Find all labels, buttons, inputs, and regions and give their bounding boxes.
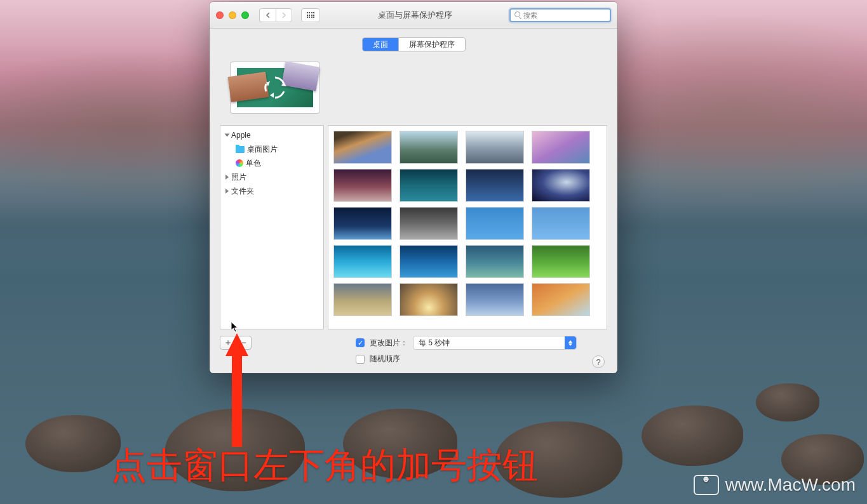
- wallpaper-thumb[interactable]: [532, 131, 590, 164]
- wallpaper-thumb[interactable]: [466, 131, 524, 164]
- svg-marker-2: [266, 81, 270, 86]
- preferences-window: 桌面与屏幕保护程序 桌面 屏幕保护程序: [210, 2, 617, 373]
- source-sidebar: Apple 桌面图片 单色 照片: [220, 125, 324, 329]
- change-picture-checkbox[interactable]: ✓: [356, 338, 365, 347]
- wallpaper-thumb[interactable]: [532, 169, 590, 202]
- mouse-cursor: [231, 321, 239, 333]
- random-order-row: 随机顺序: [356, 354, 577, 364]
- watermark-text: www.MacW.com: [725, 475, 856, 495]
- nav-buttons: [259, 8, 292, 22]
- folder-icon: [236, 146, 245, 153]
- titlebar: 桌面与屏幕保护程序: [210, 2, 617, 29]
- watermark: www.MacW.com: [694, 475, 856, 495]
- grid-icon: [307, 12, 315, 18]
- current-wallpaper-preview: [230, 62, 320, 114]
- wallpaper-thumb[interactable]: [400, 131, 458, 164]
- sidebar-label: 文件夹: [231, 185, 254, 197]
- annotation-caption: 点击窗口左下角的加号按钮: [111, 442, 538, 490]
- sidebar-item-photos[interactable]: 照片: [220, 170, 323, 184]
- svg-marker-1: [270, 93, 274, 98]
- random-order-label: 随机顺序: [370, 354, 400, 364]
- wallpaper-thumb[interactable]: [333, 245, 392, 278]
- wallpaper-thumb[interactable]: [400, 169, 458, 202]
- wallpaper-thumb[interactable]: [532, 207, 590, 240]
- svg-marker-0: [281, 83, 286, 86]
- disclosure-icon: [225, 175, 229, 180]
- wallpaper-thumb[interactable]: [400, 245, 458, 278]
- sidebar-label: Apple: [231, 129, 251, 141]
- wallpaper-thumb[interactable]: [333, 207, 392, 240]
- wallpaper-gallery[interactable]: [328, 125, 607, 329]
- zoom-button[interactable]: [241, 11, 249, 19]
- search-input[interactable]: [523, 11, 606, 19]
- source-list[interactable]: Apple 桌面图片 单色 照片: [220, 126, 323, 329]
- preview-section: [220, 59, 607, 125]
- sidebar-item-solid-colors[interactable]: 单色: [220, 156, 323, 170]
- footer: ＋ － ✓ 更改图片： 每 5 秒钟 随机顺序: [220, 329, 607, 364]
- search-icon: [514, 11, 521, 18]
- random-order-checkbox[interactable]: [356, 355, 365, 364]
- wallpaper-thumb[interactable]: [466, 169, 524, 202]
- wallpaper-thumb[interactable]: [532, 245, 590, 278]
- wallpaper-thumb[interactable]: [466, 207, 524, 240]
- content-panels: Apple 桌面图片 单色 照片: [220, 125, 607, 329]
- close-button[interactable]: [216, 11, 224, 19]
- select-arrows-icon: [565, 336, 576, 349]
- window-body: 桌面 屏幕保护程序: [210, 29, 617, 373]
- forward-button[interactable]: [276, 8, 292, 22]
- interval-value: 每 5 秒钟: [419, 338, 450, 348]
- cycle-icon: [261, 74, 289, 102]
- wallpaper-thumb[interactable]: [466, 283, 524, 316]
- wallpaper-thumb[interactable]: [532, 283, 590, 316]
- tab-control: 桌面 屏幕保护程序: [362, 37, 466, 51]
- change-picture-label: 更改图片：: [370, 338, 408, 348]
- disclosure-icon: [225, 134, 230, 137]
- disclosure-icon: [225, 189, 229, 194]
- sidebar-label: 桌面图片: [247, 143, 278, 155]
- wallpaper-thumb[interactable]: [333, 131, 392, 164]
- back-button[interactable]: [259, 8, 276, 22]
- interval-select[interactable]: 每 5 秒钟: [413, 336, 577, 350]
- annotation-arrow: [224, 333, 250, 438]
- watermark-logo-icon: [694, 475, 719, 495]
- tab-screensaver[interactable]: 屏幕保护程序: [398, 38, 465, 51]
- tab-desktop[interactable]: 桌面: [363, 38, 398, 51]
- sidebar-item-folders[interactable]: 文件夹: [220, 184, 323, 198]
- search-field[interactable]: [509, 8, 611, 22]
- sidebar-label: 单色: [246, 157, 261, 169]
- wallpaper-thumb[interactable]: [400, 283, 458, 316]
- sidebar-item-desktop-pictures[interactable]: 桌面图片: [220, 142, 323, 156]
- options: ✓ 更改图片： 每 5 秒钟 随机顺序: [356, 336, 577, 364]
- wallpaper-thumb[interactable]: [400, 207, 458, 240]
- change-picture-row: ✓ 更改图片： 每 5 秒钟: [356, 336, 577, 350]
- window-title: 桌面与屏幕保护程序: [325, 10, 504, 21]
- color-wheel-icon: [236, 159, 243, 167]
- sidebar-label: 照片: [231, 171, 246, 183]
- wallpaper-thumb[interactable]: [333, 169, 392, 202]
- wallpaper-thumb[interactable]: [466, 245, 524, 278]
- wallpaper-thumb[interactable]: [333, 283, 392, 316]
- minimize-button[interactable]: [229, 11, 236, 19]
- help-button[interactable]: ?: [592, 355, 605, 368]
- sidebar-item-apple[interactable]: Apple: [220, 128, 323, 142]
- show-all-button[interactable]: [301, 8, 320, 22]
- traffic-lights: [216, 11, 249, 19]
